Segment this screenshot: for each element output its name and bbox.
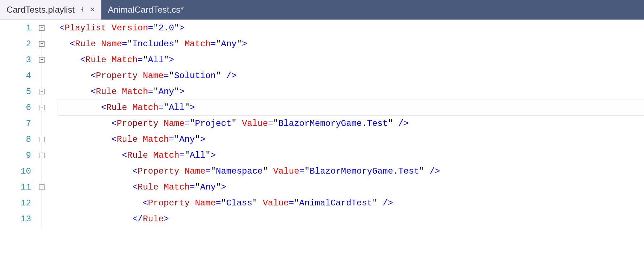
tab-inactive[interactable]: AnimalCardTest.cs* bbox=[101, 0, 190, 20]
fold-column: − bbox=[36, 52, 58, 68]
fold-toggle-icon[interactable]: − bbox=[39, 137, 45, 142]
line-number: 8 bbox=[0, 135, 36, 144]
fold-column: − bbox=[36, 179, 58, 195]
tab-label: CardTests.playlist bbox=[7, 5, 75, 15]
gutter-row: 6− bbox=[0, 99, 58, 115]
line-number: 13 bbox=[0, 214, 36, 224]
gutter-row: 9− bbox=[0, 147, 58, 163]
line-number: 4 bbox=[0, 71, 36, 81]
gutter-row: 7 bbox=[0, 115, 58, 131]
fold-toggle-icon[interactable]: − bbox=[39, 153, 45, 158]
tab-bar: CardTests.playlist AnimalCardTest.cs* bbox=[0, 0, 644, 20]
gutter-row: 5− bbox=[0, 84, 58, 99]
tab-active[interactable]: CardTests.playlist bbox=[0, 0, 101, 20]
close-icon[interactable] bbox=[90, 6, 95, 14]
line-number: 1 bbox=[0, 23, 36, 33]
code-line[interactable]: <Playlist Version="2.0"> bbox=[58, 20, 644, 36]
fold-column: − bbox=[36, 147, 58, 163]
code-line[interactable]: <Rule Match="Any"> bbox=[58, 84, 644, 99]
tab-label: AnimalCardTest.cs* bbox=[108, 5, 184, 15]
code-line[interactable]: <Property Name="Solution" /> bbox=[58, 68, 644, 84]
gutter: 1−2−3−45−6−78−9−1011−1213 bbox=[0, 20, 58, 268]
fold-column bbox=[36, 115, 58, 131]
code-line[interactable]: <Rule Name="Includes" Match="Any"> bbox=[58, 36, 644, 52]
gutter-row: 1− bbox=[0, 20, 58, 36]
code-line[interactable]: </Rule> bbox=[58, 211, 644, 227]
fold-toggle-icon[interactable]: − bbox=[39, 105, 45, 110]
line-number: 3 bbox=[0, 55, 36, 65]
code-line[interactable]: <Property Name="Namespace" Value="Blazor… bbox=[58, 163, 644, 179]
line-number: 9 bbox=[0, 150, 36, 160]
gutter-row: 8− bbox=[0, 131, 58, 147]
code-line[interactable]: <Rule Match="All"> bbox=[58, 99, 644, 115]
fold-toggle-icon[interactable]: − bbox=[39, 57, 45, 63]
line-number: 6 bbox=[0, 103, 36, 112]
fold-column: − bbox=[36, 20, 58, 36]
fold-toggle-icon[interactable]: − bbox=[39, 184, 45, 190]
fold-toggle-icon[interactable]: − bbox=[39, 25, 45, 31]
fold-toggle-icon[interactable]: − bbox=[39, 41, 45, 47]
code-editor[interactable]: 1−2−3−45−6−78−9−1011−1213 <Playlist Vers… bbox=[0, 20, 644, 268]
code-line[interactable]: <Rule Match="Any"> bbox=[58, 179, 644, 195]
line-number: 11 bbox=[0, 182, 36, 192]
gutter-row: 12 bbox=[0, 195, 58, 211]
line-number: 10 bbox=[0, 166, 36, 176]
fold-column bbox=[36, 68, 58, 84]
gutter-row: 4 bbox=[0, 68, 58, 84]
gutter-row: 2− bbox=[0, 36, 58, 52]
code-line[interactable]: <Property Name="Class" Value="AnimalCard… bbox=[58, 195, 644, 211]
code-line[interactable]: <Rule Match="All"> bbox=[58, 147, 644, 163]
line-number: 12 bbox=[0, 198, 36, 208]
gutter-row: 10 bbox=[0, 163, 58, 179]
gutter-row: 11− bbox=[0, 179, 58, 195]
code-line[interactable]: <Rule Match="All"> bbox=[58, 52, 644, 68]
gutter-row: 13 bbox=[0, 211, 58, 227]
line-number: 2 bbox=[0, 39, 36, 49]
code-line[interactable]: <Rule Match="Any"> bbox=[58, 131, 644, 147]
fold-column bbox=[36, 195, 58, 211]
line-number: 5 bbox=[0, 87, 36, 97]
fold-toggle-icon[interactable]: − bbox=[39, 89, 45, 94]
pin-icon[interactable] bbox=[80, 6, 85, 14]
code-line[interactable]: <Property Name="Project" Value="BlazorMe… bbox=[58, 115, 644, 131]
line-number: 7 bbox=[0, 119, 36, 128]
code-area[interactable]: <Playlist Version="2.0"> <Rule Name="Inc… bbox=[58, 20, 644, 268]
fold-column: − bbox=[36, 131, 58, 147]
fold-column: − bbox=[36, 36, 58, 52]
gutter-row: 3− bbox=[0, 52, 58, 68]
fold-column bbox=[36, 211, 58, 227]
fold-column bbox=[36, 163, 58, 179]
fold-column: − bbox=[36, 84, 58, 99]
fold-column: − bbox=[36, 99, 58, 115]
